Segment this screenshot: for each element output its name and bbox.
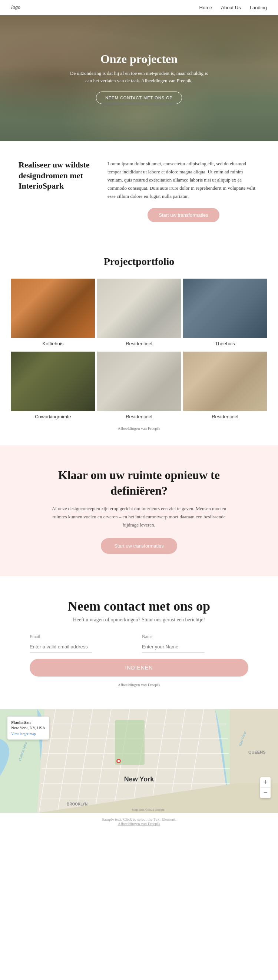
- cta-description: Al onze designconcepten zijn erop gerich…: [46, 504, 232, 529]
- contact-form: Email Name: [30, 634, 248, 653]
- portfolio-label-teahouse: Theehuis: [183, 338, 267, 349]
- contact-credits: Afbeeldingen van Freepik: [30, 682, 248, 687]
- name-label: Name: [142, 634, 248, 640]
- svg-text:BROOKLYN: BROOKLYN: [67, 802, 88, 806]
- submit-button[interactable]: INDIENEN: [30, 659, 248, 676]
- svg-rect-16: [115, 720, 145, 765]
- zoom-in-button[interactable]: +: [260, 777, 271, 788]
- portfolio-label-residential2: Residentieel: [97, 411, 181, 422]
- portfolio-title: Projectportfolio: [11, 256, 267, 267]
- hero-description: De uitzondering is dat hij af en toe een…: [69, 70, 209, 84]
- email-field-group: Email: [30, 634, 136, 653]
- portfolio-image-residential2: [97, 352, 181, 411]
- about-body: Lorem ipsum dolor sit amet, consectetur …: [107, 160, 259, 200]
- sample-text: Sample text. Click to select the Text El…: [7, 817, 271, 821]
- map-city-label: New York: [124, 775, 154, 783]
- navbar: logo Home About Us Landing: [0, 0, 278, 15]
- footer-freepik-link[interactable]: Afbeeldingen van Freepik: [118, 821, 160, 826]
- nav-links: Home About Us Landing: [200, 5, 267, 10]
- portfolio-label-residential3: Residentieel: [183, 411, 267, 422]
- footer-credits: Afbeeldingen van Freepik: [7, 821, 271, 826]
- cta-button[interactable]: Start uw transformaties: [101, 538, 177, 554]
- map-location-name: Manhattan: [11, 720, 31, 724]
- portfolio-grid: Koffiehuis Residentieel Theehuis Coworki…: [11, 278, 267, 422]
- portfolio-section: Projectportfolio Koffiehuis Residentieel…: [0, 241, 278, 445]
- zoom-out-button[interactable]: −: [260, 788, 271, 798]
- nav-about[interactable]: About Us: [221, 5, 241, 10]
- portfolio-label-coworking: Coworkingruimte: [11, 411, 95, 422]
- email-label: Email: [30, 634, 136, 640]
- about-heading: Realiseer uw wildste designdromen met In…: [19, 160, 93, 192]
- portfolio-item-coffeehouse: Koffiehuis: [11, 278, 95, 349]
- email-input[interactable]: [30, 641, 92, 653]
- portfolio-credits: Afbeeldingen van Freepik: [11, 426, 267, 431]
- hero-section: Onze projecten De uitzondering is dat hi…: [0, 15, 278, 141]
- about-left: Realiseer uw wildste designdromen met In…: [19, 160, 93, 222]
- map-zoom-controls: + −: [260, 777, 271, 798]
- contact-section: Neem contact met ons op Heeft u vragen o…: [0, 576, 278, 709]
- portfolio-label-residential1: Residentieel: [97, 338, 181, 349]
- hero-title: Onze projecten: [101, 52, 177, 66]
- portfolio-item-teahouse: Theehuis: [183, 278, 267, 349]
- nav-home[interactable]: Home: [200, 5, 212, 10]
- portfolio-item-residential3: Residentieel: [183, 352, 267, 422]
- portfolio-item-residential2: Residentieel: [97, 352, 181, 422]
- contact-title: Neem contact met ons op: [30, 598, 248, 614]
- map-location-popup: Manhattan New York, NY, USA View larger …: [7, 717, 49, 740]
- portfolio-item-coworking: Coworkingruimte: [11, 352, 95, 422]
- contact-subtitle: Heeft u vragen of opmerkingen? Stuur ons…: [30, 617, 248, 623]
- portfolio-image-residential3: [183, 352, 267, 411]
- portfolio-label-coffeehouse: Koffiehuis: [11, 338, 95, 349]
- name-field-group: Name: [142, 634, 248, 653]
- logo: logo: [11, 5, 21, 10]
- about-section: Realiseer uw wildste designdromen met In…: [0, 141, 278, 241]
- map-background: Hudson River East River QUEENS BROOKLYN …: [0, 709, 278, 813]
- map-section: Hudson River East River QUEENS BROOKLYN …: [0, 709, 278, 813]
- portfolio-item-residential1: Residentieel: [97, 278, 181, 349]
- portfolio-image-teahouse: [183, 278, 267, 338]
- view-larger-map-link[interactable]: View larger map: [11, 732, 35, 736]
- hero-cta-button[interactable]: NEEM CONTACT MET ONS OP: [96, 92, 182, 104]
- bottom-bar: Sample text. Click to select the Text El…: [0, 813, 278, 830]
- svg-text:QUEENS: QUEENS: [248, 750, 265, 754]
- svg-point-24: [118, 760, 120, 762]
- name-input[interactable]: [142, 641, 204, 653]
- portfolio-image-coworking: [11, 352, 95, 411]
- cta-title: Klaar om uw ruimte opnieuw te definiëren…: [30, 468, 248, 498]
- cta-section: Klaar om uw ruimte opnieuw te definiëren…: [0, 445, 278, 576]
- svg-text:Map data ©2023 Google: Map data ©2023 Google: [132, 808, 165, 811]
- map-location-address: New York, NY, USA: [11, 725, 45, 730]
- nav-landing[interactable]: Landing: [250, 5, 267, 10]
- about-right: Lorem ipsum dolor sit amet, consectetur …: [107, 160, 259, 222]
- about-transform-button[interactable]: Start uw transformaties: [147, 208, 219, 222]
- portfolio-image-coffeehouse: [11, 278, 95, 338]
- portfolio-image-residential1: [97, 278, 181, 338]
